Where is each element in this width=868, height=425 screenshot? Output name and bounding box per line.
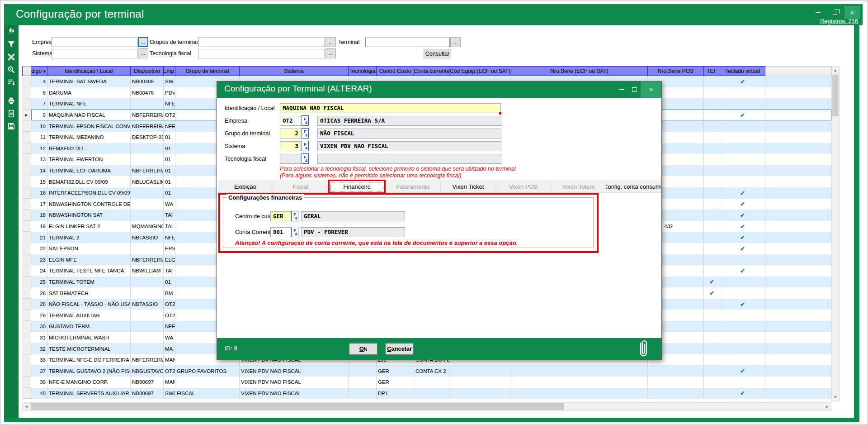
- horizontal-scrollbar[interactable]: ◄ ►: [22, 402, 831, 411]
- cell-emp: NFE: [164, 120, 175, 132]
- sistema-f4-lookup-icon[interactable]: F4: [302, 141, 309, 151]
- dialog-close-button[interactable]: ×: [641, 81, 661, 98]
- cell-filler: [765, 110, 831, 121]
- zoom-icon[interactable]: [6, 65, 17, 75]
- col-header-grupo[interactable]: Grupo de terminal: [175, 66, 240, 76]
- scroll-down-icon[interactable]: ▼: [832, 393, 839, 401]
- save-icon[interactable]: [6, 121, 17, 131]
- cell-sel: [22, 187, 31, 199]
- col-header-sistema[interactable]: Sistema: [240, 66, 349, 76]
- clear-filter-icon[interactable]: [6, 52, 17, 62]
- tecnologia-fiscal-label: Tecnologia fiscal: [225, 154, 266, 164]
- col-header-tef[interactable]: TEF: [704, 66, 720, 76]
- sistema-code-input[interactable]: 3: [280, 141, 301, 151]
- vertical-scrollbar[interactable]: ▲ ▼: [831, 66, 840, 401]
- registros-count[interactable]: Registros: 216: [820, 18, 858, 24]
- tecnologia-f4-lookup-icon[interactable]: F4: [302, 153, 309, 164]
- scroll-up-icon[interactable]: ▲: [832, 67, 839, 74]
- centro-custo-code-input[interactable]: GER: [270, 211, 291, 221]
- col-header-tecnologia[interactable]: Tecnologia: [349, 66, 377, 76]
- tab-exibi-o[interactable]: Exibição: [218, 181, 273, 192]
- cell-sel: [22, 87, 31, 99]
- cell-sel: [22, 120, 31, 132]
- identificacao-input[interactable]: MAQUINA NAO FISCAL: [280, 103, 501, 113]
- tecnologia-code-input[interactable]: [280, 154, 301, 164]
- sort-icon[interactable]: [6, 77, 17, 87]
- grupos-browse-button[interactable]: ...: [326, 37, 336, 47]
- col-header-centro_custo[interactable]: Centro Custo: [377, 66, 414, 76]
- tecnologia-browse-button[interactable]: ...: [326, 48, 336, 58]
- col-header-identificacao[interactable]: Identificação \ Local: [47, 66, 131, 76]
- cell-tef: [704, 388, 720, 399]
- consultar-button[interactable]: Consultar: [424, 49, 451, 58]
- minimize-button[interactable]: [810, 6, 826, 19]
- cell-tef: [704, 321, 720, 332]
- vertical-scroll-thumb[interactable]: [832, 75, 839, 116]
- col-header-conta_corrente[interactable]: Conta corrente: [414, 66, 449, 76]
- cell-tef: [704, 143, 720, 154]
- empresa-f4-lookup-icon[interactable]: F4: [302, 115, 309, 126]
- cell-filler: [765, 243, 831, 254]
- cell-sel: [22, 388, 31, 399]
- scroll-left-icon[interactable]: ◄: [23, 403, 30, 411]
- cell-emp: OT2: [164, 110, 175, 121]
- sistema-input[interactable]: [52, 49, 137, 58]
- cell-tef: [704, 110, 720, 121]
- tab-config-conta-consumo[interactable]: Config. conta consumo: [606, 181, 661, 192]
- cell-codigo: 21: [31, 232, 47, 243]
- col-header-teclado_virtual[interactable]: Teclado virtual: [720, 66, 765, 76]
- empresa-browse-button[interactable]: ...: [138, 37, 148, 47]
- cancel-button[interactable]: Cancelar: [385, 343, 414, 355]
- table-row[interactable]: 40TERMINAL SERVERTS AUXILIARNB00697SWDFI…: [22, 388, 831, 399]
- sistema-browse-button[interactable]: ...: [138, 48, 148, 58]
- table-row[interactable]: 37TERMINAL GUSTAVO 2 (NÃO FISCAL)NBGUSTA…: [22, 365, 831, 377]
- cell-identificacao: SAT BEMATECH: [47, 287, 131, 299]
- col-header-emp[interactable]: Emp.: [164, 66, 175, 76]
- grupos-input[interactable]: [198, 38, 325, 47]
- cell-emp: ELG: [164, 254, 175, 266]
- cell-identificacao: MICROTERMINAL WASH: [47, 332, 131, 344]
- refresh-icon[interactable]: [6, 27, 17, 37]
- grupo-f4-lookup-icon[interactable]: F4: [302, 128, 309, 138]
- table-row[interactable]: 39NFC-E MANGINO CORP.NB00697MANVIXEN PDV…: [22, 377, 831, 388]
- cell-emp: EPS: [164, 243, 175, 254]
- filter-icon[interactable]: [6, 39, 17, 49]
- col-header-nro_serie[interactable]: Nro.Série (ECF ou SAT): [511, 66, 648, 76]
- cell-filler: [765, 365, 831, 377]
- conta-corrente-f4-lookup-icon[interactable]: F4: [291, 227, 298, 237]
- centro-custo-f4-lookup-icon[interactable]: F4: [291, 211, 298, 221]
- tab-vixen-ticket[interactable]: Vixen Ticket: [441, 181, 496, 192]
- terminal-input[interactable]: [365, 38, 450, 47]
- cell-dispositivo: [131, 199, 164, 210]
- cell-identificacao: TERMINAL NFE: [47, 98, 131, 110]
- col-header-cod_equip[interactable]: Cód Equip.(ECF ou SAT): [449, 66, 511, 76]
- col-header-dispositivo[interactable]: Dispositivo: [131, 66, 164, 76]
- empresa-input[interactable]: [52, 38, 137, 47]
- tecnologia-input[interactable]: [198, 49, 325, 58]
- report-icon[interactable]: [6, 109, 17, 119]
- grupo-name-field: NÃO FISCAL: [317, 129, 501, 138]
- terminal-browse-button[interactable]: ...: [450, 37, 461, 47]
- paperclip-icon[interactable]: [635, 339, 651, 361]
- cell-sel: [22, 343, 31, 354]
- close-button[interactable]: ×: [844, 6, 860, 19]
- grupo-code-input[interactable]: 2: [280, 129, 301, 138]
- conta-corrente-code-input[interactable]: 001: [270, 227, 291, 237]
- cell-filler: [765, 277, 831, 288]
- cell-tef: [704, 254, 720, 266]
- tab-financeiro[interactable]: Financeiro: [328, 180, 386, 194]
- cell-tef: ✔: [704, 277, 720, 288]
- ok-button[interactable]: Ok: [349, 343, 377, 355]
- restore-button[interactable]: [827, 6, 843, 19]
- col-header-nro_serie_pos[interactable]: Nro.Série POS: [648, 66, 704, 76]
- col-header-codigo[interactable]: Código▲: [31, 66, 47, 76]
- horizontal-scroll-thumb[interactable]: [31, 403, 564, 410]
- dialog-minimize-button[interactable]: [615, 81, 628, 98]
- scroll-right-icon[interactable]: ►: [823, 403, 831, 411]
- cell-emp: TAI: [164, 210, 175, 221]
- cell-tef: [704, 365, 720, 377]
- printer-icon[interactable]: [6, 96, 17, 106]
- dialog-maximize-button[interactable]: [628, 81, 641, 98]
- empresa-code-input[interactable]: OT2: [280, 116, 301, 126]
- record-id[interactable]: ID: 9: [225, 345, 237, 352]
